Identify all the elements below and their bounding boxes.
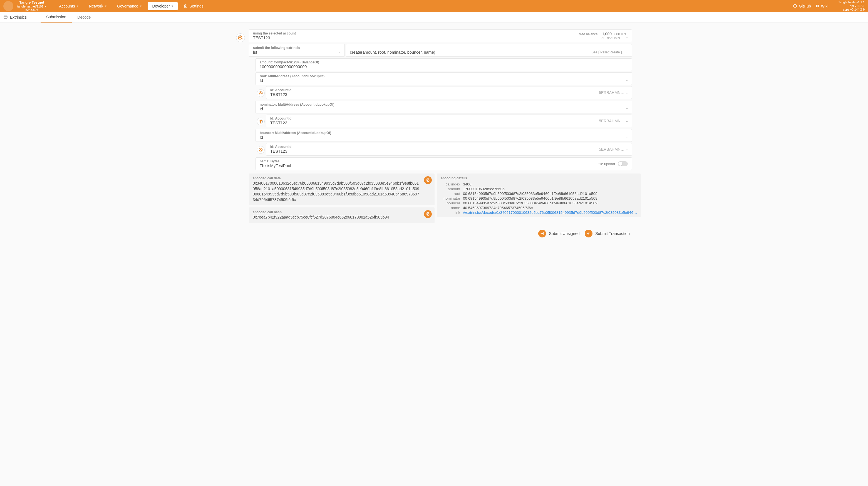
- copy-icon: [426, 178, 430, 182]
- chevron-down-icon: [339, 52, 341, 53]
- param-nominator-id[interactable]: Id: AccountId TEST123 5ERBAHMN…: [266, 115, 632, 127]
- encoding-details: encoding details callindex3406 amount170…: [437, 174, 641, 217]
- gear-icon: [184, 4, 188, 8]
- svg-rect-3: [428, 214, 429, 215]
- chain-best-block: #243,896: [17, 8, 46, 11]
- param-root-id[interactable]: Id: AccountId TEST123 5ERBAHMN…: [266, 86, 632, 99]
- param-amount[interactable]: amount: Compact<u128> (BalanceOf) 100000…: [255, 58, 632, 71]
- svg-rect-1: [4, 16, 7, 18]
- chevron-down-icon: [626, 150, 628, 151]
- encoded-call-data: encoded call data 0x340617000010632d5ec7…: [249, 174, 435, 205]
- chevron-down-icon: [626, 137, 628, 138]
- version-info: Tangle Node v1.1.1 api v13.2.1 apps v0.1…: [838, 1, 865, 12]
- nav-developer[interactable]: Developer: [148, 2, 178, 10]
- chevron-down-icon: [626, 109, 628, 110]
- svg-rect-2: [428, 180, 429, 181]
- account-identicon: [257, 118, 265, 125]
- github-link[interactable]: GitHub: [793, 4, 811, 8]
- chain-logo[interactable]: [3, 1, 13, 11]
- chain-spec: tangle-testnet/1101: [17, 5, 46, 8]
- tab-decode[interactable]: Decode: [72, 12, 96, 23]
- chevron-down-icon: [44, 6, 46, 7]
- submit-transaction-button[interactable]: Submit Transaction: [585, 230, 630, 238]
- chain-selector[interactable]: Tangle Testnet tangle-testnet/1101 #243,…: [17, 1, 46, 11]
- footer-buttons: Submit Unsigned Submit Transaction: [236, 230, 632, 238]
- chevron-down-icon: [626, 80, 628, 81]
- account-identicon: [257, 89, 265, 97]
- encoded-call-hash: encoded call hash 0x7eea7b42f922aaad5ecb…: [249, 207, 435, 223]
- main-form: using the selected account TEST123 free …: [234, 23, 634, 244]
- file-upload-toggle[interactable]: [618, 161, 628, 166]
- chevron-down-icon: [105, 5, 106, 7]
- page-title: Extrinsics: [3, 12, 32, 23]
- nav-governance[interactable]: Governance: [113, 2, 146, 10]
- top-nav: Tangle Testnet tangle-testnet/1101 #243,…: [0, 0, 868, 12]
- param-nominator-type[interactable]: nominator: MultiAddress (AccountIdLookup…: [255, 101, 632, 114]
- encoding-section: encoded call data 0x340617000010632d5ec7…: [249, 174, 632, 223]
- account-selector[interactable]: using the selected account TEST123 free …: [249, 29, 632, 42]
- github-icon: [793, 4, 797, 8]
- param-bouncer-type[interactable]: bouncer: MultiAddress (AccountIdLookupOf…: [255, 129, 632, 142]
- chain-name: Tangle Testnet: [17, 1, 46, 4]
- extrinsics-icon: [3, 15, 8, 20]
- book-icon: [815, 4, 819, 8]
- param-name[interactable]: name: Bytes ThisisMyTestPool file upload: [255, 157, 632, 170]
- balance-label: free balance: [580, 32, 598, 36]
- sign-in-icon: [587, 232, 591, 236]
- tab-submission[interactable]: Submission: [40, 12, 72, 23]
- chevron-down-icon: [626, 37, 628, 39]
- nav-network[interactable]: Network: [85, 2, 111, 10]
- account-identicon: [236, 33, 245, 42]
- chevron-down-icon: [626, 52, 628, 53]
- submit-unsigned-button[interactable]: Submit Unsigned: [538, 230, 580, 238]
- param-root-type[interactable]: root: MultiAddress (AccountIdLookupOf) I…: [255, 72, 632, 85]
- chevron-down-icon: [626, 121, 628, 122]
- sub-nav: Extrinsics Submission Decode: [0, 12, 868, 23]
- account-label: using the selected account: [253, 31, 296, 35]
- nav-accounts[interactable]: Accounts: [55, 2, 83, 10]
- file-upload-label: file upload: [598, 162, 615, 166]
- sub-nav-tabs: Submission Decode: [40, 12, 96, 23]
- nav-settings[interactable]: Settings: [179, 2, 208, 10]
- pallet-selector[interactable]: submit the following extrinsic lst: [249, 44, 345, 57]
- chevron-down-icon: [77, 5, 79, 7]
- sign-in-icon: [540, 232, 544, 236]
- nav-menu: Accounts Network Governance Developer Se…: [55, 2, 208, 10]
- param-bouncer-id[interactable]: Id: AccountId TEST123 5ERBAHMN…: [266, 143, 632, 156]
- wiki-link[interactable]: Wiki: [815, 4, 828, 8]
- decode-link[interactable]: #/extrinsics/decode/0x340617000010632d5e…: [463, 210, 637, 215]
- chevron-down-icon: [140, 5, 142, 7]
- account-identicon: [257, 146, 265, 154]
- account-name: TEST123: [253, 35, 296, 40]
- chevron-down-icon: [626, 93, 628, 94]
- copy-icon: [426, 212, 430, 216]
- svg-point-0: [185, 5, 187, 7]
- call-selector[interactable]: create(amount, root, nominator, bouncer,…: [346, 44, 632, 57]
- nav-right: GitHub Wiki Tangle Node v1.1.1 api v13.2…: [793, 1, 865, 12]
- chevron-down-icon: [172, 5, 173, 7]
